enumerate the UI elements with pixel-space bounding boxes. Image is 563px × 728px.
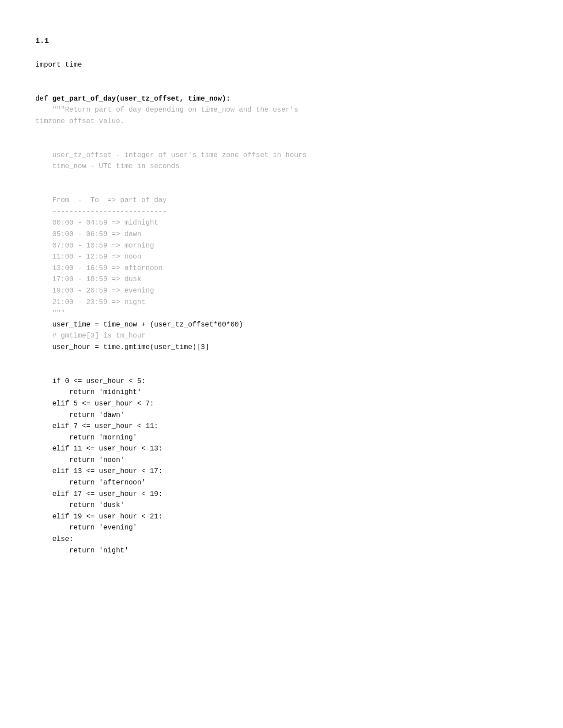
code-return-midnight: return 'midnight' xyxy=(35,388,141,396)
code-else: else: xyxy=(35,535,73,543)
docstring-3: user_tz_offset - integer of user's time … xyxy=(35,151,307,159)
docstring-6: --------------------------- xyxy=(35,208,167,216)
code-return-dusk: return 'dusk' xyxy=(35,501,125,509)
docstring-9: 07:00 - 10:59 => morning xyxy=(35,242,154,250)
def-line: def get_part_of_day(user_tz_offset, time… xyxy=(35,95,230,103)
code-user-hour: user_hour = time.gmtime(user_time)[3] xyxy=(35,343,209,351)
code-elif-4: elif 13 <= user_hour < 17: xyxy=(35,467,162,475)
code-content: import time def get_part_of_day(user_tz_… xyxy=(35,49,528,557)
docstring-8: 05:00 - 06:59 => dawn xyxy=(35,230,141,238)
docstring-7: 00:00 - 04:59 => midnight xyxy=(35,219,158,227)
docstring-13: 19:00 - 20:59 => evening xyxy=(35,287,154,295)
code-elif-6: elif 19 <= user_hour < 21: xyxy=(35,513,162,521)
docstring-2: timzone offset value. xyxy=(35,117,125,125)
code-return-noon: return 'noon' xyxy=(35,456,125,464)
code-elif-2: elif 7 <= user_hour < 11: xyxy=(35,422,158,430)
docstring-4: time_now - UTC time in seconds xyxy=(35,162,179,170)
code-elif-5: elif 17 <= user_hour < 19: xyxy=(35,490,162,498)
docstring-1: """Return part of day depending on time_… xyxy=(35,106,298,114)
docstring-5: From - To => part of day xyxy=(35,196,167,204)
code-elif-1: elif 5 <= user_hour < 7: xyxy=(35,400,154,408)
code-return-afternoon: return 'afternoon' xyxy=(35,479,146,487)
code-comment-gmtime: # gmtime[3] is tm_hour xyxy=(35,332,146,340)
docstring-14: 21:00 - 23:59 => night xyxy=(35,298,146,306)
import-line: import time xyxy=(35,61,82,69)
code-if-1: if 0 <= user_hour < 5: xyxy=(35,377,146,385)
code-return-night: return 'night' xyxy=(35,547,128,555)
docstring-11: 13:00 - 16:59 => afternoon xyxy=(35,264,162,272)
code-return-morning: return 'morning' xyxy=(35,434,137,442)
code-user-time: user_time = time_now + (user_tz_offset*6… xyxy=(35,321,243,329)
section-number: 1.1 xyxy=(35,35,528,47)
docstring-12: 17:00 - 18:59 => dusk xyxy=(35,275,141,283)
docstring-15: """ xyxy=(35,309,65,317)
code-return-dawn: return 'dawn' xyxy=(35,411,125,419)
docstring-10: 11:00 - 12:59 => noon xyxy=(35,253,141,261)
code-return-evening: return 'evening' xyxy=(35,524,137,532)
code-elif-3: elif 11 <= user_hour < 13: xyxy=(35,445,162,453)
